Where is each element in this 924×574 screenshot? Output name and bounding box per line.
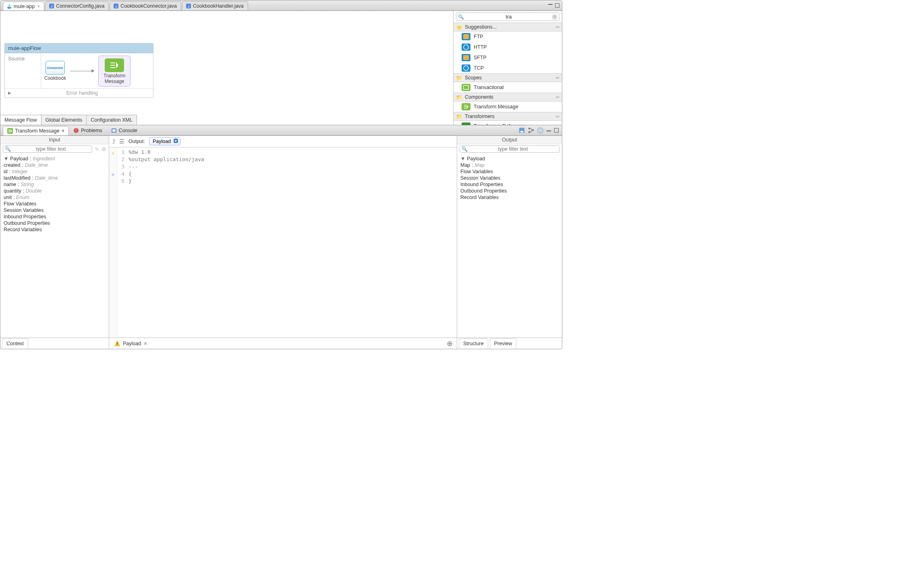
palette-group-components[interactable]: 📁 Components ⇔ (454, 93, 562, 102)
tree-row[interactable]: created : Date_time (4, 162, 106, 168)
tree-row[interactable]: unit : Enum (4, 194, 106, 201)
palette-group-scopes[interactable]: 📁 Scopes ⇔ (454, 73, 562, 82)
palette-group-transformers[interactable]: 📁 Transformers ⇔ (454, 112, 562, 121)
output-tree[interactable]: ▼PayloadMap : MapFlow VariablesSession V… (457, 154, 562, 338)
gear-icon[interactable]: ⚙ (102, 146, 106, 152)
error-handling-label: Error handling (15, 90, 150, 96)
tree-row[interactable]: Inbound Properties (4, 213, 106, 220)
input-filter[interactable]: 🔍 (3, 145, 92, 153)
output-filter[interactable]: 🔍 (460, 145, 559, 153)
tree-row[interactable]: Inbound Properties (460, 181, 559, 188)
warning-icon: ⚠️ (114, 340, 120, 346)
flow-source-lane[interactable]: Source (5, 53, 41, 88)
tab-structure[interactable]: Structure (459, 338, 488, 348)
pin-icon[interactable]: ⇔ (555, 24, 559, 30)
flow-canvas[interactable]: mule-appFlow Source Connector Cookbook (0, 11, 453, 125)
palette-item-transactional[interactable]: Transactional (454, 82, 562, 93)
pin-icon[interactable]: ⇔ (555, 75, 559, 81)
payload-tab[interactable]: ⚠️ Payload ✕ (111, 338, 151, 348)
folder-icon: 📁 (456, 75, 462, 81)
java-file-icon: J (49, 3, 54, 9)
svg-point-8 (464, 45, 468, 50)
tab-label: CookbookHandler.java (193, 3, 244, 9)
tree-row[interactable]: Record Variables (4, 226, 106, 233)
input-title: Input (0, 136, 109, 144)
flow-container[interactable]: mule-appFlow Source Connector Cookbook (4, 43, 153, 98)
pin-icon[interactable]: ⇔ (555, 94, 559, 100)
upload-icon[interactable]: ⤴ (112, 138, 115, 145)
tab-preview[interactable]: Preview (490, 338, 516, 348)
tab-configuration-xml[interactable]: Configuration XML (87, 115, 137, 125)
view-tab-transform-message[interactable]: Transform Message × (3, 126, 69, 135)
palette-search-input[interactable] (466, 14, 552, 20)
tree-label: Outbound Properties (460, 188, 507, 194)
svg-text:?: ? (539, 128, 542, 133)
twisty-icon[interactable]: ▼ (4, 156, 8, 162)
palette-item-http[interactable]: HTTP (454, 42, 562, 52)
tab-message-flow[interactable]: Message Flow (0, 115, 41, 125)
tree-row[interactable]: Outbound Properties (460, 188, 559, 194)
tree-row[interactable]: Flow Variables (4, 201, 106, 207)
view-tab-problems[interactable]: ! Problems (69, 126, 107, 135)
pin-icon[interactable]: ⇔ (555, 114, 559, 119)
expand-icon[interactable]: ▶ (8, 91, 11, 95)
tree-row[interactable]: id : Integer (4, 168, 106, 175)
tab-mule-app[interactable]: mule-app × (3, 2, 44, 10)
search-icon: 🔍 (458, 14, 464, 20)
tree-row[interactable]: lastModified : Date_time (4, 175, 106, 181)
tree-type: : Date_time (22, 162, 48, 168)
input-tree[interactable]: ▼Payload : Ingredientcreated : Date_time… (0, 154, 109, 338)
tree-icon[interactable] (528, 127, 534, 133)
minimize-icon[interactable] (547, 130, 551, 131)
tab-global-elements[interactable]: Global Elements (41, 115, 87, 125)
close-icon[interactable]: × (37, 4, 40, 9)
output-label: Output: (128, 139, 145, 144)
view-tab-console[interactable]: Console (107, 126, 142, 135)
close-icon[interactable]: × (62, 128, 64, 134)
view-tab-label: Problems (81, 128, 102, 133)
tree-row[interactable]: Record Variables (460, 194, 559, 201)
code-editor[interactable]: ⚠⊖ 12345 %dw 1.0%output application/java… (109, 147, 457, 338)
tree-row[interactable]: Map : Map (460, 162, 559, 168)
palette-item-sftp[interactable]: SFTP (454, 52, 562, 63)
tree-type: : String (18, 182, 34, 187)
tree-row[interactable]: ▼Payload (460, 155, 559, 162)
tree-row[interactable]: ▼Payload : Ingredient (4, 155, 106, 162)
palette-item-tcp[interactable]: TCP (454, 63, 562, 73)
list-icon[interactable]: ☰ (119, 138, 124, 145)
help-icon[interactable]: ? (537, 127, 543, 133)
palette-item-ftp[interactable]: FTP (454, 31, 562, 42)
tree-row[interactable]: Session Variables (460, 175, 559, 181)
error-handling-section[interactable]: ▶ Error handling (5, 88, 153, 97)
tree-row[interactable]: quantity : Double (4, 188, 106, 194)
tree-row[interactable]: Session Variables (4, 207, 106, 213)
node-transform-message[interactable]: TransformMessage (98, 56, 131, 87)
maximize-icon[interactable] (554, 128, 559, 133)
editor-panel: ⤴ ☰ Output: Payload ⚠⊖ 12345 %dw 1.0%out… (109, 136, 457, 338)
palette-search[interactable]: 🔍 × (456, 12, 559, 21)
edit-icon[interactable]: ✎ (95, 146, 99, 152)
clear-search-icon[interactable]: × (552, 14, 557, 20)
svg-point-10 (464, 66, 468, 70)
palette-item-transform-message[interactable]: Transform Message (454, 102, 562, 112)
palette-group-suggestions[interactable]: ⭐ Suggestions... ⇔ (454, 23, 562, 31)
tree-row[interactable]: Flow Variables (460, 168, 559, 175)
svg-rect-19 (112, 129, 116, 132)
tab-context[interactable]: Context (2, 338, 28, 348)
tab-cookbook-handler[interactable]: J CookbookHandler.java (182, 1, 248, 10)
add-tab-icon[interactable]: ⊕ (447, 339, 453, 348)
search-icon: 🔍 (5, 146, 11, 152)
save-icon[interactable] (519, 127, 525, 133)
node-cookbook[interactable]: Connector Cookbook (44, 61, 66, 81)
tree-row[interactable]: name : String (4, 181, 106, 188)
maximize-icon[interactable] (555, 3, 559, 8)
tab-connector-config[interactable]: J ConnectorConfig.java (45, 1, 109, 10)
twisty-icon[interactable]: ▼ (460, 156, 465, 162)
input-filter-input[interactable] (12, 146, 90, 152)
tab-cookbook-connector[interactable]: J CookbookConnector.java (110, 1, 181, 10)
close-icon[interactable]: ✕ (143, 341, 147, 346)
minimize-icon[interactable] (548, 3, 553, 5)
output-select[interactable]: Payload (149, 137, 180, 145)
output-filter-input[interactable] (468, 146, 557, 152)
tree-row[interactable]: Outbound Properties (4, 220, 106, 226)
